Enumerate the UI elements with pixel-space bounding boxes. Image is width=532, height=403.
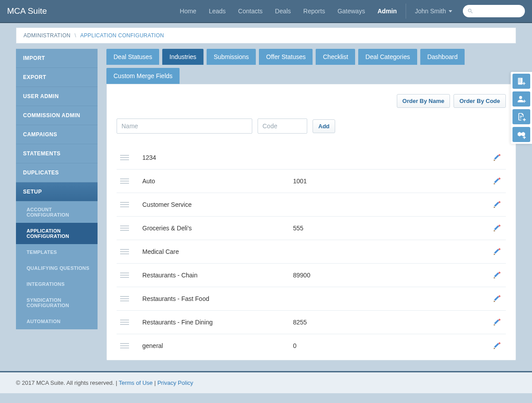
sub-integrations[interactable]: INTEGRATIONS	[16, 276, 98, 292]
sub-templates[interactable]: TEMPLATES	[16, 244, 98, 260]
drag-handle-icon[interactable]	[120, 273, 129, 278]
add-button[interactable]: Add	[313, 119, 335, 133]
sidebar-item-commission-admin[interactable]: COMMISSION ADMIN	[16, 106, 98, 125]
breadcrumb-current[interactable]: APPLICATION CONFIGURATION	[80, 32, 164, 39]
sidebar-item-user-admin[interactable]: USER ADMIN	[16, 87, 98, 106]
row-name: Restaurants - Fast Food	[142, 295, 293, 302]
tab-deal-categories[interactable]: Deal Categories	[358, 49, 417, 65]
svg-marker-18	[494, 300, 496, 302]
tab-dashboard[interactable]: Dashboard	[420, 49, 465, 65]
code-input[interactable]	[258, 119, 307, 134]
sidebar-item-duplicates[interactable]: DUPLICATES	[16, 163, 98, 182]
svg-rect-19	[494, 296, 499, 301]
drag-handle-icon[interactable]	[120, 155, 129, 160]
order-by-name-button[interactable]: Order By Name	[397, 94, 450, 108]
row-code: 8255	[293, 319, 492, 326]
nav-deals[interactable]: Deals	[269, 0, 297, 23]
nav-contacts[interactable]: Contacts	[232, 0, 269, 23]
row-name: 1234	[142, 154, 293, 161]
add-row: Add	[117, 119, 506, 134]
drag-handle-icon[interactable]	[120, 320, 129, 325]
nav-divider	[406, 4, 406, 19]
sub-syndication-config[interactable]: SYNDICATION CONFIGURATION	[16, 292, 98, 313]
drag-handle-icon[interactable]	[120, 296, 129, 301]
row-code: 1001	[293, 178, 492, 185]
row-code: 89900	[293, 272, 492, 279]
tab-deal-statuses[interactable]: Deal Statuses	[106, 49, 159, 65]
breadcrumb-root[interactable]: ADMINISTRATION	[23, 32, 70, 39]
edit-button[interactable]	[492, 199, 502, 210]
tab-industries[interactable]: Industries	[162, 49, 203, 65]
topbar: MCA Suite Home Leads Contacts Deals Repo…	[0, 0, 532, 23]
svg-marker-24	[494, 348, 496, 349]
tab-checklist[interactable]: Checklist	[316, 49, 355, 65]
drag-handle-icon[interactable]	[120, 178, 129, 184]
nav-admin[interactable]: Admin	[371, 0, 403, 23]
sidebar-item-import[interactable]: IMPORT	[16, 49, 98, 68]
edit-button[interactable]	[492, 340, 502, 351]
sidebar-item-export[interactable]: EXPORT	[16, 68, 98, 87]
drag-handle-icon[interactable]	[120, 249, 129, 254]
sidebar-item-campaigns[interactable]: CAMPAIGNS	[16, 125, 98, 144]
user-menu[interactable]: John Smith	[409, 0, 458, 23]
tab-submissions[interactable]: Submissions	[207, 49, 256, 65]
row-code: 555	[293, 225, 492, 232]
drag-handle-icon[interactable]	[120, 343, 129, 348]
row-name: Restaurants - Fine Dining	[142, 319, 293, 326]
svg-rect-22	[494, 320, 499, 324]
main-column: Deal Statuses Industries Submissions Off…	[106, 49, 516, 360]
nav-reports[interactable]: Reports	[297, 0, 331, 23]
edit-button[interactable]	[492, 293, 502, 304]
sub-automation[interactable]: AUTOMATION	[16, 313, 98, 329]
sub-qualifying-questions[interactable]: QUALIFYING QUESTIONS	[16, 260, 98, 276]
tab-custom-merge-fields[interactable]: Custom Merge Fields	[106, 68, 180, 84]
row-name: Groceries & Deli's	[142, 225, 293, 232]
svg-rect-7	[494, 202, 499, 207]
edit-button[interactable]	[492, 223, 502, 233]
dock-add-company-button[interactable]	[512, 74, 530, 89]
edit-button[interactable]	[492, 317, 502, 328]
dock-add-user-button[interactable]	[512, 91, 530, 107]
table-row: Restaurants - Fast Food	[117, 287, 506, 310]
pencil-icon	[493, 201, 501, 209]
sidebar: IMPORT EXPORT USER ADMIN COMMISSION ADMI…	[16, 49, 98, 329]
svg-marker-21	[494, 324, 496, 326]
row-name: Medical Care	[142, 248, 293, 255]
row-name: Customer Service	[142, 201, 293, 208]
footer-copyright: © 2017 MCA Suite. All rights reserved. |	[16, 379, 119, 386]
edit-button[interactable]	[492, 270, 502, 281]
table-row: Groceries & Deli's555	[117, 216, 506, 240]
row-name: general	[142, 342, 293, 349]
user-name: John Smith	[415, 8, 446, 15]
drag-handle-icon[interactable]	[120, 225, 129, 231]
sidebar-item-setup[interactable]: SETUP	[16, 182, 98, 202]
order-by-code-button[interactable]: Order By Code	[454, 94, 506, 108]
industries-panel: Order By Name Order By Code Add 1234 Aut…	[106, 84, 516, 360]
sub-application-config[interactable]: APPLICATION CONFIGURATION	[16, 223, 98, 244]
footer: © 2017 MCA Suite. All rights reserved. |…	[0, 371, 532, 393]
nav-leads[interactable]: Leads	[203, 0, 232, 23]
sub-account-config[interactable]: ACCOUNT CONFIGURATION	[16, 202, 98, 223]
tab-offer-statuses[interactable]: Offer Statuses	[259, 49, 313, 65]
edit-button[interactable]	[492, 152, 502, 163]
footer-privacy-link[interactable]: Privacy Policy	[157, 379, 193, 386]
dock-add-deal-button[interactable]	[512, 127, 530, 142]
search-input[interactable]	[476, 8, 520, 15]
edit-button[interactable]	[492, 176, 502, 186]
svg-rect-10	[494, 225, 499, 230]
sidebar-item-statements[interactable]: STATEMENTS	[16, 144, 98, 163]
sidebar-setup-sub: ACCOUNT CONFIGURATION APPLICATION CONFIG…	[16, 202, 98, 329]
table-row: Medical Care	[117, 240, 506, 263]
nav-gateways[interactable]: Gateways	[331, 0, 371, 23]
edit-button[interactable]	[492, 246, 502, 257]
dock-add-document-button[interactable]	[512, 109, 530, 124]
name-input[interactable]	[117, 119, 252, 134]
nav-home[interactable]: Home	[174, 0, 203, 23]
svg-marker-3	[494, 183, 496, 185]
order-toolbar: Order By Name Order By Code	[117, 94, 506, 108]
footer-terms-link[interactable]: Terms of Use	[119, 379, 153, 386]
drag-handle-icon[interactable]	[120, 202, 129, 207]
row-code: 0	[293, 342, 492, 349]
pencil-icon	[493, 224, 501, 232]
global-search[interactable]	[463, 5, 525, 17]
